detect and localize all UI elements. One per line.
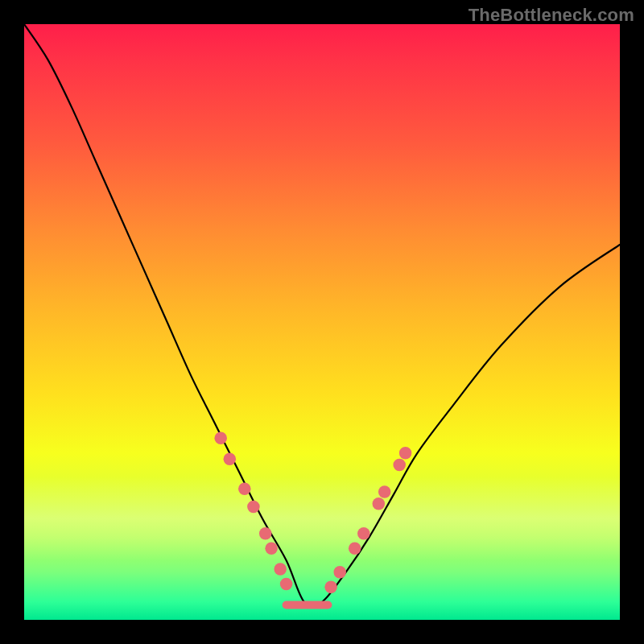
bead-marker [349,542,361,555]
bottleneck-curve [24,24,620,606]
app-frame: TheBottleneck.com [0,0,644,644]
watermark-text: TheBottleneck.com [469,5,634,26]
bead-marker [224,452,237,465]
bead-marker [324,581,337,594]
beads-group [214,432,411,594]
bead-marker [247,501,260,514]
bead-marker [378,485,391,498]
bead-marker [373,497,386,510]
bead-marker [333,566,346,579]
bead-marker [214,432,227,445]
bead-marker [274,563,287,576]
bead-marker [238,482,251,495]
bead-marker [259,527,272,540]
bead-marker [393,459,406,472]
bead-marker [280,578,293,591]
curve-layer [24,24,620,620]
bead-marker [357,527,370,540]
bead-marker [399,447,412,460]
plot-area [24,24,620,620]
bead-marker [265,542,278,555]
